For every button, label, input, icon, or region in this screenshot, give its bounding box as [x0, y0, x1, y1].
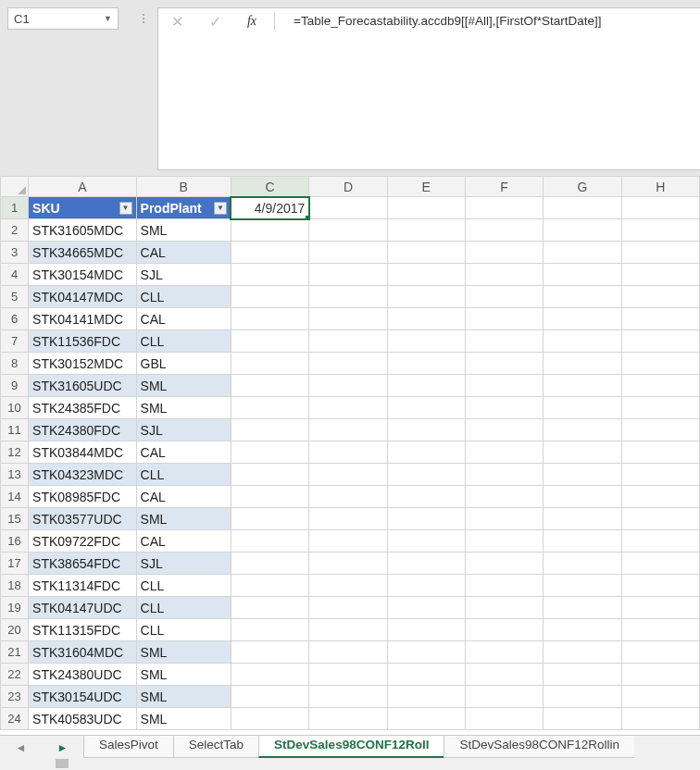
cell[interactable]	[309, 664, 387, 686]
cell-sku[interactable]: STK30152MDC	[29, 353, 136, 375]
cell[interactable]	[544, 242, 621, 264]
cell[interactable]	[465, 419, 543, 441]
cell[interactable]	[544, 486, 621, 508]
cell[interactable]	[465, 264, 543, 286]
cell[interactable]	[544, 664, 621, 686]
cell[interactable]	[465, 708, 543, 730]
cell-sku[interactable]: STK31604MDC	[29, 641, 136, 664]
cell[interactable]	[387, 553, 465, 575]
row-header[interactable]: 10	[1, 397, 29, 419]
cell-prodplant[interactable]: CLL	[136, 464, 231, 486]
cell[interactable]	[544, 264, 621, 286]
cell[interactable]	[465, 375, 543, 397]
cell[interactable]	[544, 553, 621, 575]
row-header[interactable]: 21	[1, 641, 29, 664]
cell[interactable]	[621, 375, 699, 397]
cell-prodplant[interactable]: SML	[136, 508, 231, 530]
cell[interactable]	[309, 264, 387, 286]
cell[interactable]	[621, 330, 699, 353]
row-header[interactable]: 9	[1, 375, 29, 397]
cell[interactable]	[544, 330, 621, 353]
row-header[interactable]: 19	[1, 597, 29, 619]
cell[interactable]	[387, 242, 465, 264]
cell-sku[interactable]: STK11314FDC	[29, 575, 136, 597]
row-header[interactable]: 5	[1, 286, 29, 308]
cell[interactable]	[231, 708, 308, 730]
row-header[interactable]: 15	[1, 508, 29, 530]
cell-sku[interactable]: STK04323MDC	[29, 464, 136, 486]
cell[interactable]	[309, 641, 387, 664]
cell[interactable]	[465, 219, 543, 242]
row-header[interactable]: 17	[1, 553, 29, 575]
cell-prodplant[interactable]: CAL	[136, 486, 231, 508]
cell[interactable]	[231, 664, 308, 686]
cell-sku[interactable]: STK30154UDC	[29, 686, 136, 708]
cell-prodplant[interactable]: GBL	[136, 353, 231, 375]
cell[interactable]	[544, 308, 621, 330]
cell-sku[interactable]: STK03577UDC	[29, 508, 136, 530]
cell[interactable]	[387, 375, 465, 397]
cell[interactable]	[387, 308, 465, 330]
cell[interactable]	[309, 553, 387, 575]
column-header-D[interactable]: D	[309, 177, 387, 197]
filter-dropdown-icon[interactable]: ▼	[119, 202, 132, 215]
cell[interactable]	[387, 441, 465, 464]
cell[interactable]	[231, 464, 308, 486]
cell[interactable]	[544, 619, 621, 641]
cell[interactable]	[465, 330, 543, 353]
cell[interactable]	[621, 486, 699, 508]
row-header[interactable]: 16	[1, 530, 29, 553]
cell-sku[interactable]: STK31605MDC	[29, 219, 136, 242]
cell[interactable]	[309, 575, 387, 597]
cell-prodplant[interactable]: CLL	[136, 575, 231, 597]
cell[interactable]	[465, 286, 543, 308]
cell[interactable]	[544, 597, 621, 619]
cell[interactable]	[309, 353, 387, 375]
cell[interactable]	[231, 597, 308, 619]
cell-prodplant[interactable]: SML	[136, 664, 231, 686]
sheet-tab[interactable]: StDevSales98CONF12Roll	[258, 736, 444, 758]
cell[interactable]	[544, 464, 621, 486]
column-header-G[interactable]: G	[544, 177, 621, 197]
sheet-nav-prev-icon[interactable]: ◄	[16, 741, 27, 754]
cell-sku[interactable]: STK04147UDC	[29, 597, 136, 619]
cell-prodplant[interactable]: SML	[136, 219, 231, 242]
cell[interactable]	[621, 308, 699, 330]
cell[interactable]	[465, 619, 543, 641]
cell[interactable]	[387, 397, 465, 419]
cell[interactable]	[465, 242, 543, 264]
column-header-A[interactable]: A	[29, 177, 136, 197]
cell[interactable]	[231, 441, 308, 464]
cell[interactable]	[309, 597, 387, 619]
cell[interactable]	[231, 486, 308, 508]
cell[interactable]	[544, 708, 621, 730]
select-all-corner[interactable]	[1, 177, 29, 197]
cell[interactable]	[231, 242, 308, 264]
cell-prodplant[interactable]: SJL	[136, 553, 231, 575]
cell[interactable]	[309, 397, 387, 419]
cell[interactable]	[309, 508, 387, 530]
cell[interactable]	[231, 397, 308, 419]
column-header-E[interactable]: E	[387, 177, 465, 197]
row-header[interactable]: 7	[1, 330, 29, 353]
cell[interactable]	[465, 664, 543, 686]
cell[interactable]	[387, 286, 465, 308]
cell-sku[interactable]: STK04141MDC	[29, 308, 136, 330]
cell[interactable]	[231, 686, 308, 708]
cell[interactable]	[309, 242, 387, 264]
cell-prodplant[interactable]: CAL	[136, 308, 231, 330]
cell[interactable]	[544, 641, 621, 664]
cell[interactable]	[387, 197, 465, 219]
cell[interactable]	[309, 375, 387, 397]
cell[interactable]	[465, 441, 543, 464]
cell-prodplant[interactable]: SML	[136, 375, 231, 397]
cell[interactable]	[309, 708, 387, 730]
cell-sku[interactable]: STK11536FDC	[29, 330, 136, 353]
cell[interactable]	[621, 464, 699, 486]
name-box[interactable]: C1 ▼	[7, 7, 119, 30]
cell[interactable]	[465, 486, 543, 508]
cell[interactable]	[621, 641, 699, 664]
sheet-nav-next-icon[interactable]: ►	[57, 741, 69, 754]
cell[interactable]	[544, 197, 621, 219]
cell[interactable]	[544, 686, 621, 708]
